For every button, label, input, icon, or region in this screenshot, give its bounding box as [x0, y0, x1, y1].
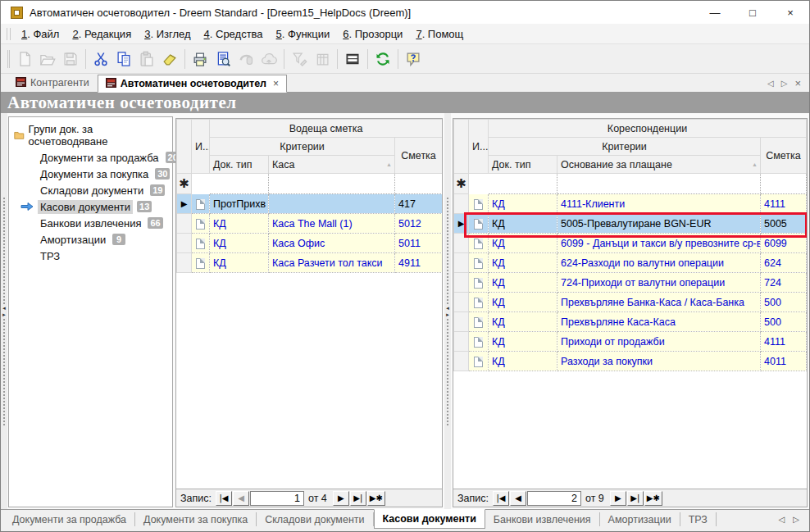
row-selector[interactable]: [454, 234, 469, 253]
account-cell[interactable]: 624: [761, 253, 807, 273]
copy-icon[interactable]: [113, 48, 134, 70]
filter-cell[interactable]: [210, 174, 269, 194]
first-record-button[interactable]: |◀: [493, 491, 509, 506]
criteria-cell[interactable]: [269, 194, 395, 214]
tree-item-5[interactable]: Банкови извлечения66: [9, 215, 172, 231]
grid-row[interactable]: КДРазходи за покупки4011: [454, 352, 807, 371]
bottom-scroll-left-icon[interactable]: ◁: [779, 515, 785, 524]
table-icon[interactable]: [342, 48, 363, 70]
last-record-button[interactable]: ▶|: [350, 491, 366, 506]
open-folder-icon[interactable]: [37, 48, 58, 70]
row-selector[interactable]: [454, 332, 469, 352]
menu-item-2[interactable]: 2. Редакция: [66, 25, 138, 43]
grid-row[interactable]: КД724-Приходи от валутни операции724: [454, 273, 807, 293]
grid-row[interactable]: КД624-Разходи по валутни операции624: [454, 253, 807, 273]
criteria-column-header[interactable]: Каса▲: [269, 156, 395, 174]
save-icon[interactable]: [60, 48, 81, 70]
row-selector[interactable]: [454, 352, 469, 371]
account-cell[interactable]: 4911: [395, 253, 443, 273]
doc-type-cell[interactable]: КД: [489, 214, 557, 234]
doc-type-cell[interactable]: КД: [489, 312, 557, 332]
criteria-header[interactable]: Критерии: [210, 138, 395, 156]
bottom-tab-6[interactable]: Амортизации: [600, 512, 680, 526]
cut-icon[interactable]: [90, 48, 111, 70]
criteria-cell[interactable]: Приходи от продажби: [557, 332, 761, 352]
tab-strip-close-icon[interactable]: ×: [794, 77, 801, 89]
close-button[interactable]: ×: [771, 1, 809, 24]
account-cell[interactable]: 6099: [761, 234, 807, 253]
row-selector[interactable]: [177, 253, 192, 273]
left-splitter[interactable]: ◄ ►: [1, 113, 7, 509]
criteria-cell[interactable]: 724-Приходи от валутни операции: [557, 273, 761, 293]
criteria-cell[interactable]: 624-Разходи по валутни операции: [557, 253, 761, 273]
grid-row[interactable]: КДПриходи от продажби4111: [454, 332, 807, 352]
menu-item-5[interactable]: 5. Функции: [270, 25, 337, 43]
account-column-header[interactable]: Сметка: [761, 138, 807, 174]
new-row-selector[interactable]: ✱: [454, 174, 469, 194]
maximize-button[interactable]: □: [734, 1, 771, 24]
doc-type-cell[interactable]: КД: [489, 194, 557, 214]
filter-cell[interactable]: [269, 174, 395, 194]
refresh-icon[interactable]: [372, 48, 394, 70]
collapse-right-icon[interactable]: ►: [2, 312, 7, 317]
criteria-column-header[interactable]: Основание за плащане▲: [557, 156, 761, 174]
tab-close-icon[interactable]: ×: [273, 78, 279, 89]
new-record-button[interactable]: ▶✱: [367, 491, 385, 506]
new-row-selector[interactable]: ✱: [177, 174, 192, 194]
current-row-indicator[interactable]: ▶: [454, 214, 469, 234]
tab-kontragenti[interactable]: Контрагенти: [7, 74, 98, 92]
doc-type-cell[interactable]: КД: [489, 234, 557, 253]
bottom-tab-1[interactable]: Документи за продажба: [4, 512, 135, 526]
previous-record-button[interactable]: ◀: [233, 491, 249, 506]
doc-type-cell[interactable]: КД: [210, 253, 269, 273]
grid-row[interactable]: КДКаса Офис5011: [177, 234, 443, 253]
account-cell[interactable]: 5011: [395, 234, 443, 253]
tree-item-1[interactable]: Документи за продажба20: [9, 149, 172, 166]
bottom-tab-7[interactable]: ТРЗ: [680, 512, 717, 526]
grid-row[interactable]: КД4111-Клиенти4111: [454, 194, 807, 214]
print-icon[interactable]: [189, 48, 211, 70]
grid-row[interactable]: КДПрехвърляне Банка-Каса / Каса-Банка500: [454, 293, 807, 312]
minimize-button[interactable]: —: [696, 1, 734, 24]
grid-row[interactable]: ▶КД5005-Превалутиране BGN-EUR5005: [454, 214, 807, 234]
account-cell[interactable]: 5012: [395, 214, 443, 234]
tree-item-4[interactable]: Касови документи13: [9, 198, 172, 215]
group-header[interactable]: Водеща сметка: [210, 120, 443, 138]
doc-type-cell[interactable]: КД: [489, 352, 557, 371]
filter-cell[interactable]: [761, 174, 807, 194]
criteria-cell[interactable]: 5005-Превалутиране BGN-EUR: [557, 214, 761, 234]
menu-item-4[interactable]: 4. Средства: [198, 25, 270, 43]
collapse-left-icon[interactable]: ◄: [2, 306, 7, 311]
print-preview-icon[interactable]: [212, 48, 234, 70]
row-selector[interactable]: [454, 253, 469, 273]
row-selector[interactable]: [454, 312, 469, 332]
new-record-button[interactable]: ▶✱: [644, 491, 662, 506]
menu-item-6[interactable]: 6. Прозорци: [336, 25, 409, 43]
next-record-button[interactable]: ▶: [610, 491, 626, 506]
menu-item-3[interactable]: 3. Изглед: [138, 25, 197, 43]
criteria-cell[interactable]: Каса Офис: [269, 234, 395, 253]
collapse-left-icon[interactable]: ◄: [445, 306, 450, 311]
middle-splitter[interactable]: ◄ ►: [444, 113, 451, 509]
bottom-tab-4[interactable]: Касови документи: [374, 509, 485, 529]
account-cell[interactable]: 4111: [761, 194, 807, 214]
bottom-tab-3[interactable]: Складови документи: [257, 512, 373, 526]
filter-cell[interactable]: [489, 174, 557, 194]
group-header[interactable]: Кореспонденции: [489, 120, 807, 138]
account-cell[interactable]: 4011: [761, 352, 807, 371]
eraser-icon[interactable]: [159, 48, 180, 70]
grid-row[interactable]: КДПрехвърляне Каса-Каса500: [454, 312, 807, 332]
grid-row[interactable]: ▶ПротПрихв417: [177, 194, 443, 214]
account-cell[interactable]: 417: [395, 194, 443, 214]
tab-avtomatichen-oschetovoditel[interactable]: Автоматичен осчетоводител×: [98, 75, 287, 93]
criteria-cell[interactable]: Разходи за покупки: [557, 352, 761, 371]
record-position-input[interactable]: [527, 491, 581, 506]
grid-row[interactable]: КДКаса The Mall (1)5012: [177, 214, 443, 234]
row-selector[interactable]: [177, 214, 192, 234]
filter-edit-icon[interactable]: [289, 48, 310, 70]
menu-item-7[interactable]: 7. Помощ: [409, 25, 470, 43]
doc-type-column-header[interactable]: Док. тип: [489, 156, 557, 174]
account-cell[interactable]: 724: [761, 273, 807, 293]
grid-edit-icon[interactable]: [312, 48, 333, 70]
row-selector[interactable]: [454, 194, 469, 214]
